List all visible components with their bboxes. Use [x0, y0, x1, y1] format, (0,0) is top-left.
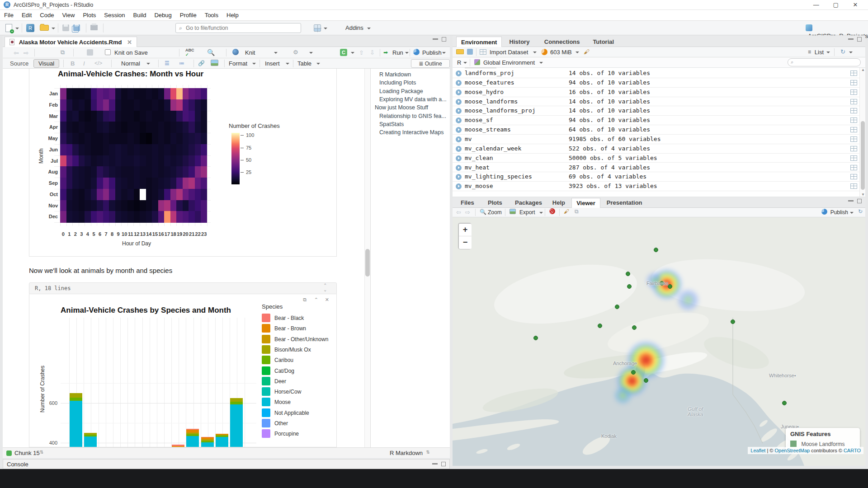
expand-icon[interactable]	[456, 155, 462, 161]
forward-icon[interactable]: ⇨	[24, 49, 29, 56]
map-marker-10[interactable]	[631, 370, 636, 375]
env-row-mv[interactable]: mv91985 obs. of 60 variables	[453, 135, 865, 144]
menu-file[interactable]: File	[0, 10, 18, 20]
viewer-publish-caret[interactable]	[850, 212, 854, 214]
editor-tab-rmd[interactable]: Alaska Motor Vehicle Accidents.Rmd ✕	[5, 37, 137, 47]
import-dataset-caret[interactable]	[533, 52, 537, 53]
pane-maximize-icon[interactable]	[442, 37, 446, 42]
map-zoom-in-button[interactable]: +	[459, 224, 472, 236]
outline-item-6[interactable]: SpatStats	[379, 121, 404, 127]
map-marker-5[interactable]	[615, 305, 619, 309]
expand-icon[interactable]	[456, 99, 462, 105]
outline-item-7[interactable]: Creating Interactive Maps	[379, 129, 443, 136]
tab-viewer[interactable]: Viewer	[571, 198, 600, 208]
italic-icon[interactable]: I	[83, 60, 85, 67]
tab-packages[interactable]: Packages	[510, 198, 547, 208]
expand-icon[interactable]	[456, 108, 462, 114]
new-file-caret[interactable]	[15, 28, 19, 29]
view-data-icon[interactable]	[850, 89, 857, 95]
env-row-mv_clean[interactable]: mv_clean50000 obs. of 5 variables	[453, 154, 865, 163]
view-data-icon[interactable]	[850, 99, 857, 104]
global-env-dropdown[interactable]: Global Environment	[483, 59, 535, 66]
editor-content[interactable]: Animal-Vehicle Crashes: Month vs Hour Ja…	[3, 69, 364, 447]
chunk-status[interactable]: Chunk 15	[14, 450, 40, 456]
tab-history[interactable]: History	[505, 37, 534, 47]
env-search-input[interactable]	[797, 59, 857, 66]
source-mode-button[interactable]: Source	[10, 60, 28, 67]
env-refresh-caret[interactable]	[849, 52, 853, 53]
expand-icon[interactable]	[456, 136, 462, 142]
insert-chunk-caret[interactable]	[351, 52, 354, 54]
console-maximize-icon[interactable]	[441, 462, 446, 466]
viewer-back-icon[interactable]: ⇦	[456, 209, 461, 216]
outline-item-0[interactable]: R Markdown	[379, 71, 411, 78]
maximize-icon[interactable]: ▢	[827, 1, 845, 8]
expand-icon[interactable]	[456, 127, 462, 133]
leaflet-map[interactable]: FairbanksAnchorageWhitehorse•KodiakJunea…	[453, 217, 865, 466]
table-menu[interactable]: Table	[297, 60, 311, 67]
outline-item-1[interactable]: Including Plots	[379, 80, 416, 86]
env-scrollbar[interactable]: ▲ ▼	[859, 68, 865, 197]
env-scroll-down-icon[interactable]: ▼	[861, 192, 865, 197]
tab-help[interactable]: Help	[548, 198, 570, 208]
view-data-icon[interactable]	[850, 155, 857, 161]
viewer-zoom-button[interactable]: Zoom	[488, 209, 502, 216]
outline-item-2[interactable]: Loading Package	[379, 88, 423, 94]
menu-plots[interactable]: Plots	[79, 10, 100, 20]
view-data-icon[interactable]	[850, 70, 857, 76]
viewer-stop-icon[interactable]: ⃠	[549, 208, 555, 214]
menu-session[interactable]: Session	[100, 10, 129, 20]
chunk-expand-down-icon[interactable]: ⌄	[324, 287, 326, 292]
view-data-icon[interactable]	[850, 80, 857, 85]
expand-icon[interactable]	[456, 70, 462, 76]
import-dataset-button[interactable]: Import Dataset	[490, 49, 528, 56]
clear-environment-icon[interactable]: 🖌	[584, 48, 590, 55]
map-marker-0[interactable]	[654, 248, 658, 252]
map-marker-8[interactable]	[731, 319, 735, 324]
tab-environment[interactable]: Environment	[456, 37, 502, 47]
find-icon[interactable]: 🔍	[207, 49, 215, 56]
env-open-icon[interactable]	[456, 49, 464, 54]
editor-scrollbar-thumb[interactable]	[365, 249, 370, 277]
console-minimize-icon[interactable]	[432, 463, 438, 465]
expand-icon[interactable]	[456, 146, 462, 152]
menu-help[interactable]: Help	[222, 10, 243, 20]
goto-file-input[interactable]	[186, 24, 298, 32]
env-maximize-icon[interactable]	[857, 37, 862, 42]
expand-icon[interactable]	[456, 174, 462, 180]
editor-scrollbar[interactable]	[364, 69, 370, 447]
format-caret[interactable]	[252, 63, 256, 65]
expand-icon[interactable]	[456, 183, 462, 189]
map-zoom-out-button[interactable]: −	[459, 236, 472, 249]
back-icon[interactable]: ⇦	[14, 49, 19, 56]
map-marker-7[interactable]	[632, 325, 637, 330]
link-icon[interactable]: 🔗	[198, 60, 205, 66]
env-row-mv_moose[interactable]: mv_moose3923 obs. of 13 variables	[453, 182, 865, 191]
tab-tutorial[interactable]: Tutorial	[588, 37, 618, 47]
outline-item-3[interactable]: Exploring MV data with a...	[379, 96, 447, 103]
code-icon[interactable]: </>	[94, 60, 102, 66]
run-caret[interactable]	[405, 52, 409, 54]
env-minimize-icon[interactable]	[848, 38, 854, 40]
viewer-minimize-icon[interactable]	[848, 200, 854, 202]
menu-debug[interactable]: Debug	[150, 10, 175, 20]
numbered-list-icon[interactable]: ≔	[179, 60, 184, 66]
new-project-icon[interactable]: R	[26, 24, 34, 32]
tab-files[interactable]: Files	[456, 198, 479, 208]
map-marker-4[interactable]	[668, 284, 672, 289]
env-refresh-icon[interactable]: ↻	[840, 48, 845, 55]
open-file-icon[interactable]	[40, 25, 49, 31]
env-row-mv_lighting_species[interactable]: mv_lighting_species69 obs. of 4 variable…	[453, 172, 865, 182]
image-icon[interactable]	[211, 60, 218, 66]
viewer-export-caret[interactable]	[539, 212, 543, 214]
print-icon[interactable]	[90, 25, 98, 30]
format-menu[interactable]: Format	[229, 60, 247, 67]
menu-tools[interactable]: Tools	[201, 10, 222, 20]
viewer-export-button[interactable]: Export	[519, 209, 535, 216]
expand-icon[interactable]	[456, 80, 462, 86]
tab-connections[interactable]: Connections	[540, 37, 585, 47]
env-row-moose_hydro[interactable]: moose_hydro16 obs. of 10 variables	[453, 88, 865, 97]
map-marker-6[interactable]	[598, 324, 602, 328]
chunk-expand-up-icon[interactable]: ⌃	[324, 283, 326, 287]
panes-caret[interactable]	[324, 28, 327, 29]
